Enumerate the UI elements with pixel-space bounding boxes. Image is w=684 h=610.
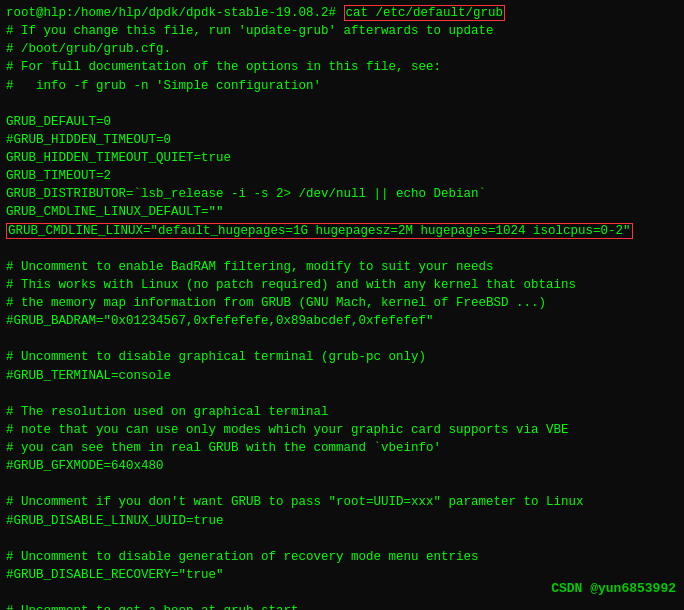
line-grub-cmdline-linux: GRUB_CMDLINE_LINUX="default_hugepages=1G…	[6, 222, 678, 240]
line-empty-4	[6, 385, 678, 403]
line-grub-distributor: GRUB_DISTRIBUTOR=`lsb_release -i -s 2> /…	[6, 185, 678, 203]
line-grub-cmdline-default: GRUB_CMDLINE_LINUX_DEFAULT=""	[6, 203, 678, 221]
line-grub-gfxmode: #GRUB_GFXMODE=640x480	[6, 457, 678, 475]
prompt-1: root@hlp:/home/hlp/dpdk/dpdk-stable-19.0…	[6, 6, 344, 20]
line-comment-badram-2: # This works with Linux (no patch requir…	[6, 276, 678, 294]
line-comment-terminal: # Uncomment to disable graphical termina…	[6, 348, 678, 366]
line-comment-beep: # Uncomment to get a beep at grub start	[6, 602, 678, 610]
line-1: root@hlp:/home/hlp/dpdk/dpdk-stable-19.0…	[6, 4, 678, 22]
terminal-window: root@hlp:/home/hlp/dpdk/dpdk-stable-19.0…	[0, 0, 684, 610]
line-comment-uuid: # Uncomment if you don't want GRUB to pa…	[6, 493, 678, 511]
line-grub-badram: #GRUB_BADRAM="0x01234567,0xfefefefe,0x89…	[6, 312, 678, 330]
line-comment-resolution-1: # The resolution used on graphical termi…	[6, 403, 678, 421]
line-empty-3	[6, 330, 678, 348]
line-grub-timeout: GRUB_TIMEOUT=2	[6, 167, 678, 185]
line-5: # info -f grub -n 'Simple configuration'	[6, 77, 678, 95]
line-3: # /boot/grub/grub.cfg.	[6, 40, 678, 58]
line-grub-hidden-timeout-quiet: GRUB_HIDDEN_TIMEOUT_QUIET=true	[6, 149, 678, 167]
line-2: # If you change this file, run 'update-g…	[6, 22, 678, 40]
line-comment-resolution-2: # note that you can use only modes which…	[6, 421, 678, 439]
line-grub-disable-uuid: #GRUB_DISABLE_LINUX_UUID=true	[6, 512, 678, 530]
line-grub-default: GRUB_DEFAULT=0	[6, 113, 678, 131]
line-empty-5	[6, 475, 678, 493]
watermark: CSDN @yun6853992	[551, 581, 676, 596]
line-comment-badram-3: # the memory map information from GRUB (…	[6, 294, 678, 312]
line-comment-recovery: # Uncomment to disable generation of rec…	[6, 548, 678, 566]
cmd-cat-grub: cat /etc/default/grub	[344, 5, 506, 21]
line-comment-resolution-3: # you can see them in real GRUB with the…	[6, 439, 678, 457]
line-empty-2	[6, 240, 678, 258]
line-comment-badram-1: # Uncomment to enable BadRAM filtering, …	[6, 258, 678, 276]
line-grub-hidden-timeout: #GRUB_HIDDEN_TIMEOUT=0	[6, 131, 678, 149]
line-grub-terminal: #GRUB_TERMINAL=console	[6, 367, 678, 385]
line-empty-1	[6, 95, 678, 113]
line-4: # For full documentation of the options …	[6, 58, 678, 76]
line-empty-6	[6, 530, 678, 548]
grub-cmdline-linux-highlight: GRUB_CMDLINE_LINUX="default_hugepages=1G…	[6, 223, 633, 239]
